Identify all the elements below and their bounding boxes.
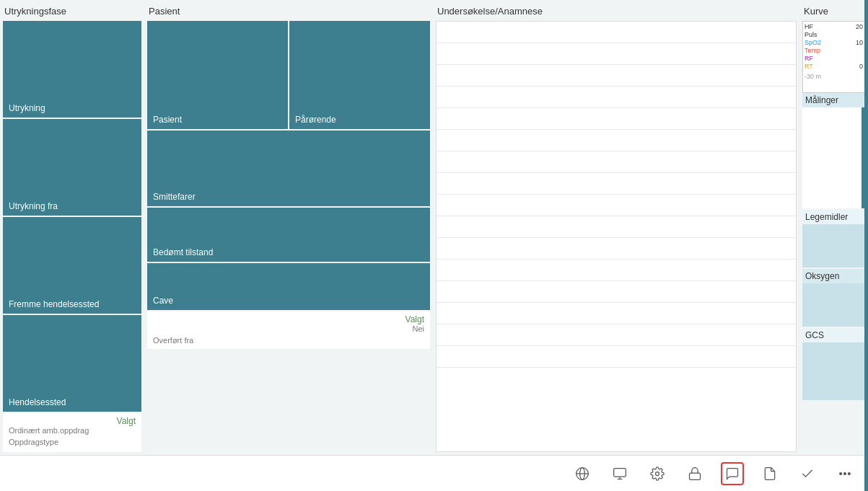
utrykningsfase-valgt: Valgt bbox=[117, 416, 136, 426]
chat-icon[interactable] bbox=[721, 462, 744, 485]
rt-legend: RT 0 bbox=[805, 63, 863, 70]
hendelsessted-card[interactable]: Hendelsessted bbox=[3, 315, 141, 412]
undersokelse-line-2 bbox=[437, 43, 796, 65]
undersokelse-line-5 bbox=[437, 108, 796, 130]
bottom-toolbar bbox=[0, 455, 868, 491]
hf-legend: HF 20 bbox=[805, 23, 863, 30]
svg-rect-7 bbox=[690, 473, 701, 479]
utrykningsfase-label: Oppdragstype bbox=[9, 438, 58, 446]
rf-legend: RF bbox=[805, 55, 863, 62]
undersokelse-line-16 bbox=[437, 346, 796, 368]
malinger-title: Målinger bbox=[802, 93, 865, 107]
cave-label: Cave bbox=[153, 296, 173, 306]
smittefarer-label: Smittefarer bbox=[153, 192, 196, 202]
undersokelse-line-15 bbox=[437, 324, 796, 346]
utrykningsfase-info: Valgt Ordinært amb.oppdrag Oppdragstype bbox=[3, 413, 141, 452]
utrykning-fra-label: Utrykning fra bbox=[9, 201, 58, 211]
utrykning-label: Utrykning bbox=[9, 103, 45, 113]
legemidler-section: Legemidler bbox=[802, 210, 865, 267]
chart-legend: HF 20 Puls SpO2 10 Temp bbox=[805, 23, 863, 70]
svg-rect-3 bbox=[614, 468, 626, 477]
kurve-header: Kurve bbox=[802, 3, 865, 21]
undersokelse-line-7 bbox=[437, 151, 796, 173]
pasient-header: Pasient bbox=[147, 3, 430, 21]
gcs-title: GCS bbox=[802, 328, 865, 342]
utrykning-fra-card[interactable]: Utrykning fra bbox=[3, 119, 141, 216]
utrykningsfase-detail: Ordinært amb.oppdrag bbox=[9, 426, 89, 435]
gcs-content bbox=[802, 342, 865, 400]
undersokelse-line-6 bbox=[437, 130, 796, 151]
pasient-card[interactable]: Pasient bbox=[147, 21, 288, 129]
utrykning-card[interactable]: Utrykning bbox=[3, 21, 141, 118]
undersokelse-header: Undersøkelse/Anamnese bbox=[436, 3, 797, 21]
undersokelse-line-1 bbox=[437, 22, 796, 43]
temp-legend: Temp bbox=[805, 47, 863, 54]
parorende-card[interactable]: Pårørende bbox=[289, 21, 430, 129]
oksygen-content bbox=[802, 283, 865, 327]
pasient-valgt: Valgt bbox=[405, 314, 424, 324]
pasient-card-label: Pasient bbox=[153, 115, 182, 125]
pasient-bottom-info: Valgt Nei Overført fra bbox=[147, 311, 430, 349]
svg-point-9 bbox=[844, 472, 846, 474]
oksygen-title: Oksygen bbox=[802, 269, 865, 283]
fremme-hendelsessted-label: Fremme hendelsessted bbox=[9, 299, 99, 309]
undersokelse-line-14 bbox=[437, 303, 796, 324]
svg-point-10 bbox=[849, 472, 851, 474]
utrykningsfase-header: Utrykningsfase bbox=[3, 3, 141, 21]
puls-legend: Puls bbox=[805, 31, 863, 38]
bedomt-tilstand-card[interactable]: Bedømt tilstand bbox=[147, 208, 430, 262]
spo2-legend: SpO2 10 bbox=[805, 39, 863, 46]
undersokelse-line-8 bbox=[437, 173, 796, 195]
lock-icon[interactable] bbox=[683, 462, 706, 485]
pasient-nei: Nei bbox=[412, 324, 424, 333]
undersokelse-line-13 bbox=[437, 281, 796, 303]
legemidler-title: Legemidler bbox=[802, 210, 865, 224]
check-icon[interactable] bbox=[796, 462, 819, 485]
settings-icon[interactable] bbox=[646, 462, 669, 485]
oksygen-section: Oksygen bbox=[802, 269, 865, 327]
legemidler-content bbox=[802, 224, 865, 267]
undersokelse-line-12 bbox=[437, 260, 796, 281]
undersokelse-line-11 bbox=[437, 238, 796, 260]
malinger-chart bbox=[802, 107, 865, 208]
undersokelse-line-3 bbox=[437, 65, 796, 87]
utrykningsfase-cards: Utrykning Utrykning fra Fremme hendelses… bbox=[3, 21, 141, 452]
kurve-chart: HF 20 Puls SpO2 10 Temp bbox=[802, 21, 865, 93]
svg-point-6 bbox=[656, 472, 659, 475]
cave-card[interactable]: Cave bbox=[147, 263, 430, 310]
undersokelse-line-10 bbox=[437, 216, 796, 238]
kurve-y-min: -30 m bbox=[805, 73, 863, 80]
smittefarer-card[interactable]: Smittefarer bbox=[147, 131, 430, 206]
svg-point-8 bbox=[840, 472, 842, 474]
parorende-card-label: Pårørende bbox=[295, 115, 336, 125]
pasient-overforf-label: Overført fra bbox=[153, 336, 193, 345]
undersokelse-line-4 bbox=[437, 87, 796, 108]
gcs-section: GCS bbox=[802, 328, 865, 400]
globe-icon[interactable] bbox=[571, 462, 594, 485]
monitor-icon[interactable] bbox=[608, 462, 631, 485]
more-icon[interactable] bbox=[833, 462, 856, 485]
file-icon[interactable] bbox=[758, 462, 781, 485]
undersokelse-area[interactable] bbox=[436, 21, 797, 452]
bedomt-tilstand-label: Bedømt tilstand bbox=[153, 247, 213, 257]
undersokelse-line-9 bbox=[437, 195, 796, 216]
hendelsessted-label: Hendelsessted bbox=[9, 397, 66, 407]
malinger-section: Målinger bbox=[802, 93, 865, 208]
fremme-hendelsessted-card[interactable]: Fremme hendelsessted bbox=[3, 217, 141, 314]
